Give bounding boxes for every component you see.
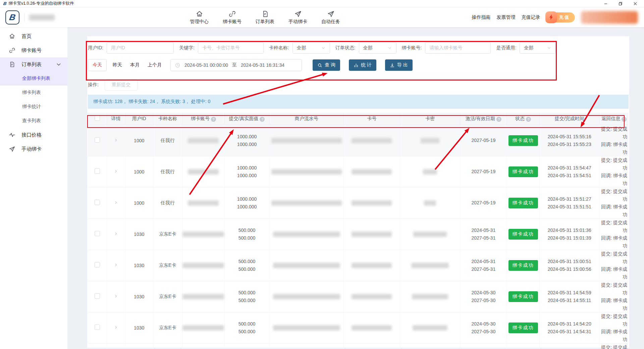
stats-button[interactable]: 统 计 xyxy=(349,59,376,71)
restore-icon[interactable] xyxy=(618,1,623,6)
cell-card-secret xyxy=(400,281,460,312)
header-label: 返回信息 xyxy=(601,116,620,121)
shortcut-last-month[interactable]: 上个月 xyxy=(144,62,166,68)
result-value: 回调: 绑卡成功 xyxy=(599,297,627,312)
status-badge: 绑卡成功 xyxy=(508,135,538,146)
nav-order-list[interactable]: 订单列表 xyxy=(252,10,278,25)
sidebar-item-bind-account[interactable]: 绑卡账号 xyxy=(0,43,67,57)
link-icon xyxy=(9,47,15,54)
close-icon[interactable] xyxy=(633,1,638,6)
link-invoice-management[interactable]: 发票管理 xyxy=(496,14,515,20)
blurred-account-button[interactable] xyxy=(581,11,638,24)
shortcut-yesterday[interactable]: 昨天 xyxy=(109,62,126,68)
recharge-label: 充 值 xyxy=(559,14,569,20)
filter-input-bind-account[interactable]: 请输入绑卡账号 xyxy=(425,42,491,54)
date-value: 2024-05-30 xyxy=(461,320,506,328)
shortcut-today[interactable]: 今天 xyxy=(88,59,107,71)
table-row: 1030京东E卡500.000500.0002024-05-312027-05-… xyxy=(88,218,629,250)
expand-row-icon[interactable] xyxy=(113,169,118,174)
search-button[interactable]: 查 询 xyxy=(313,59,340,71)
filter-input-keyword[interactable]: 卡号、卡密订单号 xyxy=(198,42,264,54)
header-label: 商户流水号 xyxy=(295,116,318,121)
cell-select xyxy=(88,187,107,218)
cell-status: 绑卡成功 xyxy=(506,281,539,312)
nav-manual-bind[interactable]: 手动绑卡 xyxy=(285,10,311,25)
sidebar-subitem-check-card-list[interactable]: 查卡列表 xyxy=(0,114,67,128)
cell-face-value: 500.000500.000 xyxy=(224,312,269,343)
row-checkbox[interactable] xyxy=(95,325,100,330)
minimize-icon[interactable] xyxy=(603,1,608,6)
expand-row-icon[interactable] xyxy=(113,262,118,267)
redacted-text xyxy=(188,138,219,143)
help-icon[interactable]: ? xyxy=(496,117,501,122)
home-icon xyxy=(9,33,15,40)
recharge-button[interactable]: 充 值 xyxy=(548,12,575,22)
sidebar-subitem-all-bind-list[interactable]: 全部绑卡列表 xyxy=(0,71,67,86)
date-range-input[interactable]: 2024-05-31 00:00:00 至 2024-05-31 16:31:3… xyxy=(170,59,302,71)
date-value: 2027-05-31 xyxy=(461,265,506,273)
sidebar-subitem-label: 全部绑卡列表 xyxy=(22,76,50,82)
filter-select-universal[interactable]: 全部 xyxy=(520,42,556,54)
nav-auto-task[interactable]: 自动任务 xyxy=(318,10,344,25)
sidebar-item-order-list[interactable]: 订单列表 xyxy=(0,57,67,71)
help-icon[interactable]: ? xyxy=(622,117,627,122)
filter-label-keyword: 关键字: xyxy=(179,45,195,51)
expand-row-icon[interactable] xyxy=(113,200,118,205)
cell-user-id: 1030 xyxy=(125,312,153,343)
select-value: 全部 xyxy=(363,45,373,51)
header-label: 状态 xyxy=(515,116,525,121)
filter-label-universal: 是否通用: xyxy=(496,45,516,51)
cell-select xyxy=(88,281,107,312)
cell-times: 2024-05-31 14:51:122024-05-31 14:51:15 xyxy=(540,343,599,349)
sidebar-subitem-bind-list[interactable]: 绑卡列表 xyxy=(0,86,67,100)
col-header-submit-time: 提交/完成时间 xyxy=(540,113,599,125)
shortcut-this-month[interactable]: 本月 xyxy=(126,62,144,68)
expand-row-icon[interactable] xyxy=(113,294,118,299)
expand-row-icon[interactable] xyxy=(113,138,118,143)
row-checkbox[interactable] xyxy=(95,262,100,267)
export-button[interactable]: 导 出 xyxy=(385,59,413,71)
sidebar-subitem-bind-stats[interactable]: 绑卡统计 xyxy=(0,100,67,114)
cell-times: 2024-05-31 15:51:272024-05-31 15:51:51 xyxy=(540,187,599,218)
sidebar-item-api-price[interactable]: 接口价格 xyxy=(0,128,67,142)
cell-select xyxy=(88,312,107,343)
filter-input-user-id[interactable]: 用户ID xyxy=(107,42,174,54)
cell-times: 2024-05-31 14:54:202024-05-31 14:54:31 xyxy=(540,312,599,343)
row-checkbox[interactable] xyxy=(95,137,100,143)
help-icon[interactable]: ? xyxy=(211,117,216,122)
link-operation-guide[interactable]: 操作指南 xyxy=(472,14,490,20)
row-checkbox[interactable] xyxy=(95,168,100,174)
expand-row-icon[interactable] xyxy=(113,325,118,330)
nav-management-center[interactable]: 管理中心 xyxy=(186,10,212,25)
sidebar-item-manual-bind[interactable]: 手动绑卡 xyxy=(0,142,67,156)
cell-card-no xyxy=(344,156,400,187)
col-header-card-type: 卡种名称 xyxy=(153,113,182,125)
help-icon[interactable]: ? xyxy=(526,117,531,122)
cell-select xyxy=(88,250,107,281)
face-value: 1000.000 xyxy=(225,141,269,148)
nav-bind-account[interactable]: 绑卡账号 xyxy=(219,10,245,25)
help-icon[interactable]: ? xyxy=(260,117,265,122)
cell-merchant-no xyxy=(269,156,344,187)
pulse-icon xyxy=(9,132,15,138)
filter-select-order-status[interactable]: 全部 xyxy=(359,42,396,54)
select-value: 全部 xyxy=(524,45,533,51)
face-value: 1000.000 xyxy=(225,203,269,211)
link-recharge-records[interactable]: 充值记录 xyxy=(521,14,540,20)
redacted-text xyxy=(182,294,224,299)
filter-select-card-type[interactable]: 全部 xyxy=(292,42,330,54)
row-checkbox[interactable] xyxy=(95,231,100,236)
expand-row-icon[interactable] xyxy=(113,231,118,236)
summary-bar: 绑卡成功: 128， 绑卡失败: 24， 系统失败: 3， 处理中: 0 xyxy=(88,95,629,109)
redacted-text xyxy=(271,200,342,206)
operations-row: 操作: 重新提交 xyxy=(88,79,629,91)
select-all-checkbox[interactable] xyxy=(95,115,100,121)
result-value: 提交: 提交成功 xyxy=(599,188,627,203)
time-value: 2024-05-31 14:54:59 xyxy=(540,289,599,297)
row-checkbox[interactable] xyxy=(95,293,100,299)
cell-merchant-no xyxy=(269,187,344,218)
resubmit-button[interactable]: 重新提交 xyxy=(105,79,138,91)
sidebar-item-home[interactable]: 首页 xyxy=(0,29,67,43)
cell-dates: 2024-05-312027-05-31 xyxy=(460,218,506,250)
row-checkbox[interactable] xyxy=(95,200,100,205)
